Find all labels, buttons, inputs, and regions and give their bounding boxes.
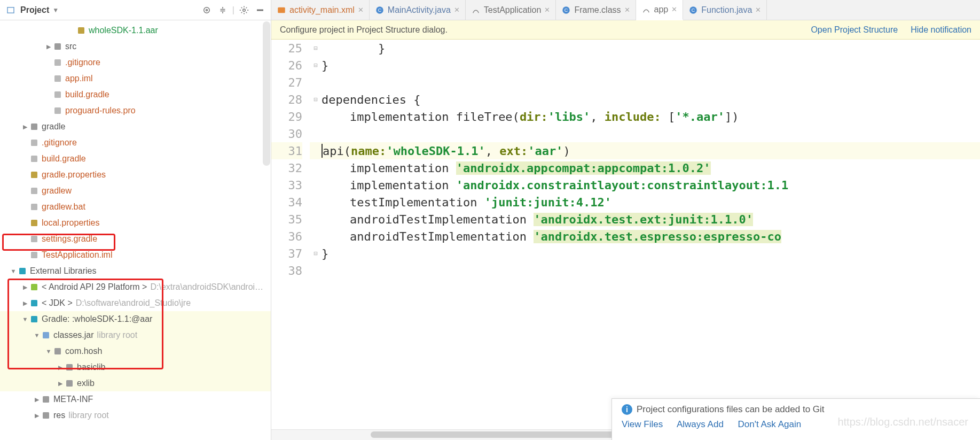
tree-item[interactable]: .gitignore (0, 135, 271, 151)
tree-item[interactable]: ▶exlib (0, 375, 271, 391)
tree-item[interactable]: ▶basiclib (0, 359, 271, 375)
hide-notification-link[interactable]: Hide notification (911, 25, 971, 35)
tree-scrollbar[interactable] (263, 21, 270, 166)
line-number: 35 (271, 211, 302, 228)
expand-arrow-icon[interactable]: ▶ (21, 279, 29, 295)
tree-item[interactable]: ▼classes.jarlibrary root (0, 327, 271, 343)
tree-item[interactable]: app.iml (0, 71, 271, 87)
fold-marker[interactable] (310, 211, 322, 228)
close-tab-icon[interactable]: ✕ (671, 5, 677, 13)
editor-tab[interactable]: activity_main.xml✕ (271, 0, 370, 20)
expand-arrow-icon[interactable]: ▶ (33, 391, 41, 407)
editor-tab[interactable]: CFunction.java✕ (683, 0, 767, 20)
expand-arrow-icon[interactable]: ▶ (57, 375, 64, 391)
fold-marker[interactable]: ⊟ (310, 91, 322, 108)
tree-item[interactable]: ▶src (0, 38, 271, 55)
tree-item[interactable]: settings.gradle (0, 231, 271, 247)
tree-item[interactable]: ▶< JDK >D:\software\android_Studio\jre (0, 295, 271, 311)
editor-tabs: activity_main.xml✕CMainActivity.java✕Tes… (271, 0, 980, 20)
code-line[interactable] (322, 125, 980, 142)
tree-item[interactable]: ▶< Android API 29 Platform >D:\extra\and… (0, 279, 271, 295)
tree-item[interactable]: local.properties (0, 215, 271, 231)
tree-item[interactable]: ▼com.hosh (0, 343, 271, 359)
tree-item-label: res (53, 407, 65, 423)
code-line[interactable]: testImplementation 'junit:junit:4.12' (322, 194, 980, 211)
fold-marker[interactable] (310, 228, 322, 245)
expand-arrow-icon[interactable]: ▶ (21, 119, 29, 135)
open-project-structure-link[interactable]: Open Project Structure (811, 25, 898, 35)
editor-tab[interactable]: app✕ (636, 0, 684, 20)
tree-item-label: < Android API 29 Platform > (42, 279, 147, 295)
expand-arrow-icon[interactable]: ▶ (21, 295, 29, 311)
code-line[interactable]: api(name:'wholeSDK-1.1', ext:'aar') (322, 142, 980, 159)
code-line[interactable]: } (322, 245, 980, 262)
tree-item[interactable]: proguard-rules.pro (0, 103, 271, 119)
close-tab-icon[interactable]: ✕ (624, 6, 630, 14)
expand-arrow-icon[interactable]: ▶ (33, 407, 41, 423)
editor-tab[interactable]: CMainActivity.java✕ (370, 0, 466, 20)
svg-rect-8 (54, 75, 61, 82)
collapse-icon[interactable] (216, 4, 229, 17)
code-editor[interactable]: 2526272829303132333435363738 ⊟⊟⊟⊟ }} dep… (271, 40, 980, 429)
fold-marker[interactable] (310, 159, 322, 176)
close-tab-icon[interactable]: ✕ (544, 6, 550, 14)
code-line[interactable] (322, 74, 980, 91)
tree-item[interactable]: ▶META-INF (0, 391, 271, 407)
fold-marker[interactable] (310, 176, 322, 194)
close-tab-icon[interactable]: ✕ (755, 6, 761, 14)
always-add-link[interactable]: Always Add (677, 419, 724, 429)
view-files-link[interactable]: View Files (622, 419, 663, 429)
gear-icon[interactable] (238, 4, 250, 17)
tree-item[interactable]: gradle.properties (0, 167, 271, 183)
code-line[interactable]: androidTestImplementation 'androidx.test… (322, 228, 980, 245)
hide-icon[interactable] (254, 4, 266, 17)
expand-arrow-icon[interactable]: ▼ (10, 263, 17, 279)
project-tree[interactable]: wholeSDK-1.1.aar▶src.gitignoreapp.imlbui… (0, 20, 271, 440)
svg-rect-16 (31, 204, 37, 210)
tree-item[interactable]: ▶gradle (0, 119, 271, 135)
tree-item[interactable]: gradlew (0, 183, 271, 199)
tree-item[interactable]: ▶reslibrary root (0, 407, 271, 423)
fold-marker[interactable]: ⊟ (310, 40, 322, 57)
fold-marker[interactable] (310, 74, 322, 91)
code-line[interactable]: androidTestImplementation 'androidx.test… (322, 211, 980, 228)
code-line[interactable]: implementation fileTree(dir: 'libs', inc… (322, 108, 980, 125)
fold-marker[interactable] (310, 108, 322, 125)
expand-arrow-icon[interactable]: ▶ (57, 359, 64, 375)
fold-marker[interactable] (310, 142, 322, 159)
target-icon[interactable] (200, 4, 213, 17)
close-tab-icon[interactable]: ✕ (358, 6, 364, 14)
fold-marker[interactable] (310, 262, 322, 279)
fold-marker[interactable] (310, 125, 322, 142)
fold-marker[interactable] (310, 194, 322, 211)
tree-item[interactable]: TestApplication.iml (0, 247, 271, 263)
tree-item[interactable]: build.gradle (0, 87, 271, 103)
tree-item-label: exlib (77, 375, 95, 391)
code-line[interactable]: implementation 'androidx.appcompat:appco… (322, 159, 980, 176)
tree-item[interactable]: gradlew.bat (0, 199, 271, 215)
svg-rect-13 (31, 156, 37, 162)
expand-arrow-icon[interactable]: ▼ (21, 311, 29, 327)
editor-tab[interactable]: TestApplication✕ (466, 0, 556, 20)
code-line[interactable]: } (322, 40, 980, 57)
tree-item[interactable]: build.gradle (0, 151, 271, 167)
fold-marker[interactable]: ⊟ (310, 57, 322, 74)
code-line[interactable]: implementation 'androidx.constraintlayou… (322, 176, 980, 194)
tree-item[interactable]: wholeSDK-1.1.aar (0, 22, 271, 38)
expand-arrow-icon[interactable]: ▶ (45, 38, 52, 55)
tree-item[interactable]: .gitignore (0, 55, 271, 71)
tree-item[interactable]: ▼Gradle: :wholeSDK-1.1:@aar (0, 311, 271, 327)
dont-ask-again-link[interactable]: Don't Ask Again (738, 419, 802, 429)
code-line[interactable] (322, 262, 980, 279)
svg-rect-29 (43, 412, 49, 419)
expand-arrow-icon[interactable]: ▼ (45, 343, 52, 359)
tree-item[interactable]: ▼External Libraries (0, 263, 271, 279)
code-line[interactable]: } (322, 57, 980, 74)
project-title[interactable]: Project (20, 5, 49, 15)
dropdown-arrow-icon[interactable]: ▼ (52, 6, 59, 14)
expand-arrow-icon[interactable]: ▼ (33, 327, 41, 343)
editor-tab[interactable]: CFrame.class✕ (556, 0, 636, 20)
fold-marker[interactable]: ⊟ (310, 245, 322, 262)
code-line[interactable]: dependencies { (322, 91, 980, 108)
close-tab-icon[interactable]: ✕ (454, 6, 460, 14)
